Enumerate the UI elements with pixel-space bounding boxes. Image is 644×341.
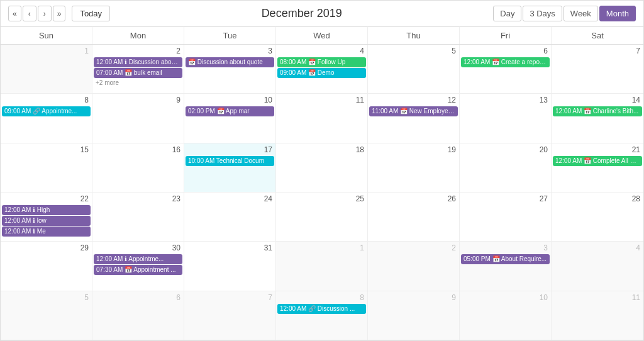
nav-buttons: « ‹ › » Today	[8, 6, 110, 21]
day-cell[interactable]: 2112:00 AM 📅 Complete All M...	[552, 143, 643, 193]
day-cell[interactable]: 10	[460, 291, 552, 340]
day-header-sun: Sun	[1, 27, 92, 44]
calendar-event[interactable]: 12:00 AM ℹ Discussion about quote	[94, 57, 182, 67]
day-cell[interactable]: 29	[1, 242, 92, 291]
calendar-title: December 2019	[110, 7, 493, 20]
day-number: 19	[369, 145, 458, 155]
day-number: 4	[277, 46, 366, 56]
day-cell[interactable]: 7	[184, 291, 276, 340]
calendar-event[interactable]: 09:00 AM 📅 Demo	[277, 68, 366, 78]
day-cell[interactable]: 20	[460, 143, 552, 193]
day-cell[interactable]: 15	[1, 143, 92, 193]
calendar-event[interactable]: 12:00 AM ℹ Me	[2, 226, 91, 237]
day-cell[interactable]: 1	[276, 242, 368, 291]
day-cell[interactable]: 13	[460, 94, 552, 143]
day-cell[interactable]: 19	[368, 143, 460, 193]
today-button[interactable]: Today	[72, 6, 110, 21]
day-cell[interactable]: 1	[1, 45, 92, 94]
day-number: 20	[461, 145, 550, 155]
calendar-event[interactable]: 10:00 AM Technical Docum	[186, 156, 274, 166]
day-header-wed: Wed	[276, 27, 368, 44]
day-cell[interactable]: 212:00 AM ℹ Discussion about quote07:00 …	[92, 45, 184, 94]
calendar-event[interactable]: 11:00 AM 📅 New Employee...	[369, 106, 458, 116]
day-number: 29	[2, 243, 91, 253]
view-day-button[interactable]: Day	[493, 6, 521, 21]
day-number: 16	[94, 145, 182, 155]
more-events-link[interactable]: +2 more	[94, 79, 182, 87]
calendar-event[interactable]: 12:00 AM ℹ Appointme...	[94, 254, 182, 264]
day-cell[interactable]: 25	[276, 193, 368, 242]
day-number: 23	[94, 194, 182, 204]
day-cell[interactable]: 26	[368, 193, 460, 242]
calendar-event[interactable]: 12:00 AM 📅 Charline's Bith...	[553, 106, 642, 116]
calendar-event[interactable]: 12:00 AM ℹ High	[2, 205, 91, 215]
calendar-event[interactable]: 09:00 AM 🔗 Appointme...	[2, 106, 91, 116]
day-number: 7	[186, 293, 274, 303]
nav-prev-button[interactable]: ‹	[23, 6, 36, 21]
day-cell[interactable]: 11	[552, 291, 643, 340]
day-number: 17	[186, 145, 274, 155]
day-cell[interactable]: 1710:00 AM Technical Docum	[184, 143, 276, 193]
day-number: 18	[277, 145, 366, 155]
view-3days-button[interactable]: 3 Days	[523, 6, 562, 21]
nav-last-button[interactable]: »	[53, 6, 66, 21]
nav-first-button[interactable]: «	[8, 6, 21, 21]
calendar-event[interactable]: 07:00 AM 📅 bulk email	[94, 68, 182, 78]
day-cell[interactable]: 812:00 AM 🔗 Discussion ...	[276, 291, 368, 340]
day-cell[interactable]: 16	[92, 143, 184, 193]
day-cell[interactable]: 7	[552, 45, 643, 94]
day-number: 10	[186, 95, 274, 105]
day-cell[interactable]: 612:00 AM 📅 Create a report...	[460, 45, 552, 94]
day-cell[interactable]: 1412:00 AM 📅 Charline's Bith...	[552, 94, 643, 143]
day-cell[interactable]: 31	[184, 242, 276, 291]
day-number: 4	[553, 243, 642, 253]
day-header-sat: Sat	[552, 27, 643, 44]
calendar-event[interactable]: 📅 Discussion about quote	[186, 57, 274, 67]
day-cell[interactable]: 18	[276, 143, 368, 193]
day-number: 11	[277, 95, 366, 105]
calendar-event[interactable]: 05:00 PM 📅 About Require...	[461, 254, 550, 264]
day-cell[interactable]: 3📅 Discussion about quote	[184, 45, 276, 94]
day-number: 8	[277, 293, 366, 303]
day-header-thu: Thu	[368, 27, 460, 44]
day-number: 7	[553, 46, 642, 56]
calendar-event[interactable]: 12:00 AM 📅 Create a report...	[461, 57, 550, 67]
view-month-button[interactable]: Month	[599, 6, 636, 21]
day-number: 27	[461, 194, 550, 204]
calendar-event[interactable]: 08:00 AM 📅 Follow Up	[277, 57, 366, 67]
day-number: 2	[369, 243, 458, 253]
day-cell[interactable]: 9	[92, 94, 184, 143]
day-number: 8	[2, 95, 91, 105]
day-cell[interactable]: 809:00 AM 🔗 Appointme...	[1, 94, 92, 143]
day-cell[interactable]: 3012:00 AM ℹ Appointme...07:30 AM 📅 Appo…	[92, 242, 184, 291]
day-cell[interactable]: 305:00 PM 📅 About Require...	[460, 242, 552, 291]
day-cell[interactable]: 408:00 AM 📅 Follow Up09:00 AM 📅 Demo	[276, 45, 368, 94]
day-number: 6	[94, 293, 182, 303]
day-cell[interactable]: 5	[368, 45, 460, 94]
view-week-button[interactable]: Week	[564, 6, 598, 21]
calendar-event[interactable]: 12:00 AM 📅 Complete All M...	[553, 156, 642, 166]
day-cell[interactable]: 23	[92, 193, 184, 242]
day-number: 2	[94, 46, 182, 56]
day-number: 31	[186, 243, 274, 253]
day-cell[interactable]: 24	[184, 193, 276, 242]
calendar-event[interactable]: 02:00 PM 📅 App mar	[186, 106, 274, 116]
day-cell[interactable]: 1002:00 PM 📅 App mar	[184, 94, 276, 143]
calendar-event[interactable]: 12:00 AM 🔗 Discussion ...	[277, 304, 366, 314]
day-cell[interactable]: 9	[368, 291, 460, 340]
calendar-event[interactable]: 07:30 AM 📅 Appointment ...	[94, 265, 182, 275]
day-number: 13	[461, 95, 550, 105]
day-cell[interactable]: 1211:00 AM 📅 New Employee...	[368, 94, 460, 143]
day-cell[interactable]: 11	[276, 94, 368, 143]
day-cell[interactable]: 2212:00 AM ℹ High12:00 AM ℹ low12:00 AM …	[1, 193, 92, 242]
day-headers: Sun Mon Tue Wed Thu Fri Sat	[1, 27, 643, 45]
day-number: 11	[553, 293, 642, 303]
calendar-event[interactable]: 12:00 AM ℹ low	[2, 216, 91, 226]
nav-next-button[interactable]: ›	[38, 6, 52, 21]
day-cell[interactable]: 5	[1, 291, 92, 340]
day-cell[interactable]: 2	[368, 242, 460, 291]
day-cell[interactable]: 28	[552, 193, 643, 242]
day-cell[interactable]: 6	[92, 291, 184, 340]
day-cell[interactable]: 27	[460, 193, 552, 242]
day-cell[interactable]: 4	[552, 242, 643, 291]
